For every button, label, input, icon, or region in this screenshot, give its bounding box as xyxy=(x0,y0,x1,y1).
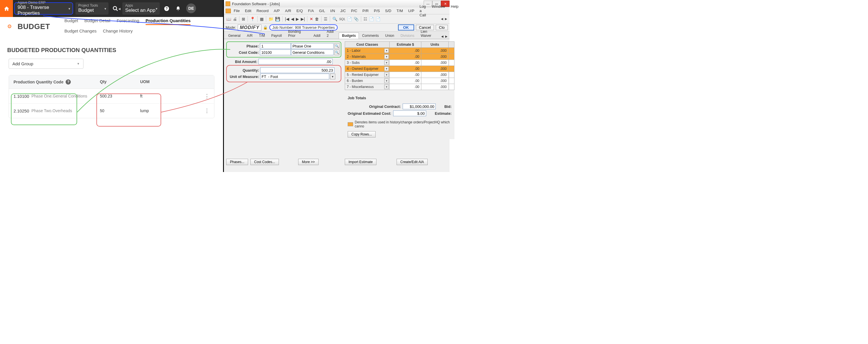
dropdown-icon[interactable]: ▾ xyxy=(384,78,389,83)
tab-payroll[interactable]: Payroll xyxy=(268,33,285,39)
tab-production-quantities[interactable]: Production Quantities xyxy=(146,17,191,25)
copy-rows-button[interactable]: Copy Rows... xyxy=(348,131,376,137)
attachment-icon[interactable]: 📎 xyxy=(354,17,359,21)
phases-button[interactable]: Phases... xyxy=(226,159,248,165)
home-button[interactable] xyxy=(0,0,13,17)
orig-contract-field[interactable] xyxy=(403,104,436,109)
dropdown-icon[interactable]: ▾ xyxy=(384,84,389,89)
book-icon[interactable]: 📖 xyxy=(226,17,231,21)
next-icon[interactable]: ▶ xyxy=(296,17,299,21)
job-selector-dropdown[interactable]: Agave Demo ERP 908 - Traverse Properties… xyxy=(14,2,73,15)
tab-budget[interactable]: Budget xyxy=(64,17,78,25)
help-icon[interactable]: ? xyxy=(161,0,173,17)
kebab-icon[interactable]: ⋮ xyxy=(204,93,210,99)
chevron-left-icon[interactable]: ◀ xyxy=(441,17,443,21)
lookup-icon[interactable]: 🔍 xyxy=(334,49,340,55)
grid-icon[interactable]: ▦ xyxy=(260,17,264,21)
ok-button[interactable]: OK xyxy=(398,25,414,31)
bell-icon[interactable] xyxy=(173,0,184,17)
tab-forecasting[interactable]: Forecasting xyxy=(117,17,139,25)
dropdown-icon[interactable]: ▾ xyxy=(384,55,389,59)
table-row[interactable]: 1.10100 Phase One.General Conditions 500… xyxy=(9,89,214,104)
sql-label[interactable]: SQL xyxy=(339,17,345,21)
dropdown-icon[interactable]: ▾ xyxy=(330,74,335,79)
bullet-icon[interactable]: ☷ xyxy=(364,17,367,21)
first-icon[interactable]: |◀ xyxy=(285,17,289,21)
tab-general[interactable]: General xyxy=(225,33,244,39)
phase-input[interactable] xyxy=(260,43,291,49)
oec-field[interactable] xyxy=(393,110,426,116)
costcode-input[interactable] xyxy=(260,49,291,55)
prev-icon[interactable]: ◀ xyxy=(291,17,294,21)
menu-sd[interactable]: S/D xyxy=(383,8,394,13)
tab-tm[interactable]: T/M xyxy=(256,33,268,39)
tab-comments[interactable]: Comments xyxy=(359,33,382,39)
dropdown-icon[interactable]: ▾ xyxy=(384,60,389,65)
doc1-icon[interactable]: 📄 xyxy=(369,17,374,21)
menu-up[interactable]: U/P xyxy=(406,8,417,13)
tab-lien[interactable]: Lien Waiver xyxy=(417,29,440,39)
apps-dropdown[interactable]: Apps Select an App ▼ ◀ xyxy=(122,2,160,15)
lookup-icon[interactable]: 🔍 xyxy=(334,43,340,49)
cancel-icon[interactable]: ⊠ xyxy=(242,17,245,21)
menu-pc[interactable]: P/C xyxy=(349,8,360,13)
menu-ps[interactable]: P/S xyxy=(372,8,382,13)
menu-ar[interactable]: A/R xyxy=(283,8,293,13)
project-tools-dropdown[interactable]: Project Tools Budget ▼ xyxy=(75,2,108,15)
cost-codes-button[interactable]: Cost Codes... xyxy=(250,159,279,165)
menu-help[interactable]: Help xyxy=(448,4,461,18)
quantity-input[interactable] xyxy=(260,67,334,73)
user-avatar[interactable]: DE xyxy=(186,3,196,13)
help-icon[interactable]: ? xyxy=(66,79,71,84)
folder-icon[interactable]: 📁 xyxy=(269,17,273,21)
dropdown-icon[interactable]: ▾ xyxy=(384,48,389,53)
doc2-icon[interactable]: 📄 xyxy=(376,17,380,21)
menu-fa[interactable]: F/A xyxy=(306,8,316,13)
tab-addl[interactable]: Addl xyxy=(310,33,323,39)
bid-amount-input[interactable] xyxy=(258,59,333,64)
menu-eq[interactable]: E/Q xyxy=(294,8,305,13)
grid-row[interactable]: 7 - Miscellaneous▾.00.000 xyxy=(345,84,455,90)
more-button[interactable]: More >> xyxy=(298,159,319,165)
dropdown-icon[interactable]: ▾ xyxy=(384,72,389,77)
tab-addl2[interactable]: Addl 2 xyxy=(323,29,339,39)
menu-pr[interactable]: P/R xyxy=(360,8,371,13)
uom-input[interactable] xyxy=(260,74,329,79)
menu-in[interactable]: I/N xyxy=(328,8,338,13)
grid-row[interactable]: 3 - Subs▾.00.000 xyxy=(345,60,455,66)
kebab-icon[interactable]: ⋮ xyxy=(204,108,210,114)
pin-icon[interactable]: 📍 xyxy=(250,17,255,21)
menu-gl[interactable]: G/L xyxy=(317,8,328,13)
tab-change-history[interactable]: Change History xyxy=(103,27,133,35)
grid-row[interactable]: 1 - Labor▾.00.000 xyxy=(345,48,455,54)
list-icon[interactable]: ☰ xyxy=(324,17,328,21)
phase-desc-input[interactable] xyxy=(291,43,334,49)
grid-row[interactable]: 5 - Rented Equipmer▾.00.000 xyxy=(345,72,455,78)
add-group-dropdown[interactable]: Add Group ▼ xyxy=(9,59,84,69)
tab-budget-detail[interactable]: Budget Detail xyxy=(84,17,110,25)
search-icon[interactable]: 🔍 xyxy=(332,17,337,21)
chevron-right-icon[interactable]: ▶ xyxy=(445,17,447,21)
delete-icon[interactable]: ✕ xyxy=(310,17,313,21)
menu-record[interactable]: Record xyxy=(254,8,271,13)
scroll-right-icon[interactable]: ▶ xyxy=(444,34,448,39)
tab-bonding[interactable]: Bonding Prior xyxy=(285,29,310,39)
create-aia-button[interactable]: Create/Edit AIA xyxy=(397,159,428,165)
import-estimate-button[interactable]: Import Estimate xyxy=(345,159,376,165)
costcode-desc-input[interactable] xyxy=(291,49,334,55)
gear-icon[interactable]: ⚙ xyxy=(7,23,12,30)
trash-icon[interactable]: 🗑 xyxy=(315,17,319,21)
save-icon[interactable]: 💾 xyxy=(275,17,280,21)
menu-jc[interactable]: J/C xyxy=(338,8,348,13)
tab-ar[interactable]: A/R xyxy=(244,33,256,39)
menu-file[interactable]: File xyxy=(231,8,242,13)
menu-window[interactable]: Window xyxy=(429,4,447,18)
menu-ap[interactable]: A/P xyxy=(271,8,282,13)
table-row[interactable]: 2.10250 Phase Two.Overheads 50 lump ⋮ xyxy=(9,104,214,118)
scroll-left-icon[interactable]: ◀ xyxy=(440,34,444,39)
menu-tm[interactable]: T/M xyxy=(394,8,405,13)
dropdown-icon[interactable]: ▾ xyxy=(384,66,389,71)
grid-row[interactable]: 2 - Materials▾.00.000 xyxy=(345,54,455,60)
grid-row[interactable]: 4 - Owned Equipmer▾.00.000 xyxy=(345,66,455,72)
menu-log-call[interactable]: Log a Call xyxy=(417,4,428,18)
